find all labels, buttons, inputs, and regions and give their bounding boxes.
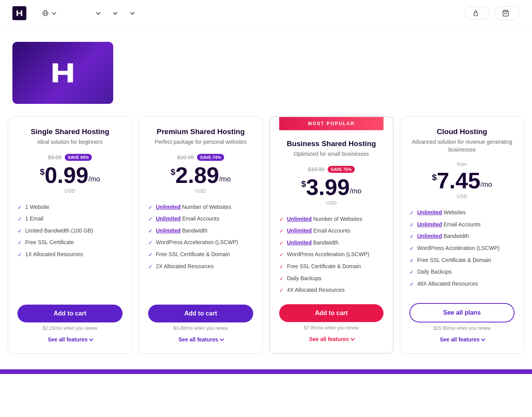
original-price: $15.99 xyxy=(308,166,325,172)
features-list: ✓Unlimited Number of Websites✓Unlimited … xyxy=(279,214,383,296)
price-dollar: $ xyxy=(40,167,45,177)
feature-item: ✓Free SSL Certificate xyxy=(17,237,123,249)
renew-price: $3.49/mo when you renew xyxy=(148,326,253,331)
renew-price: $15.90/mo when you renew xyxy=(409,326,515,331)
see-all-label: See all features xyxy=(48,336,88,343)
feature-text: Free SSL Certificate xyxy=(25,239,74,246)
nav-website-builder[interactable] xyxy=(77,10,88,16)
vps-chevron xyxy=(113,10,117,14)
add-to-cart-button[interactable]: See all plans xyxy=(409,303,515,322)
nav-domain[interactable] xyxy=(123,9,139,18)
feature-text: Unlimited Number of Websites xyxy=(156,203,231,211)
nav-online-stores[interactable] xyxy=(64,10,75,16)
check-icon: ✓ xyxy=(279,275,284,283)
check-icon: ✓ xyxy=(148,227,153,235)
check-icon: ✓ xyxy=(148,239,153,247)
main-price: $ 7.45 /mo xyxy=(409,169,515,192)
plan-subtitle: Advanced solution for revenue generating… xyxy=(409,138,515,153)
check-icon: ✓ xyxy=(148,251,153,259)
plan-title: Premium Shared Hosting xyxy=(148,128,253,136)
unlimited-label: Unlimited xyxy=(417,221,442,227)
feature-text: Daily Backups xyxy=(417,268,452,276)
check-icon: ✓ xyxy=(409,221,414,229)
feature-text: Unlimited Websites xyxy=(417,209,466,217)
feature-item: ✓Unlimited Websites xyxy=(409,207,515,219)
see-all-chevron xyxy=(89,337,93,341)
globe-icon xyxy=(42,10,49,17)
see-all-features[interactable]: See all features xyxy=(148,335,253,344)
price-currency: USD xyxy=(279,200,383,206)
feature-text: Free SSL Certificate & Domain xyxy=(156,251,230,258)
check-icon: ✓ xyxy=(148,204,153,212)
see-all-label: See all features xyxy=(309,336,349,342)
login-button[interactable] xyxy=(465,7,489,20)
feature-item: ✓Unlimited Bandwidth xyxy=(409,231,515,243)
price-dollar: $ xyxy=(171,167,175,177)
pricing-card-single: Single Shared HostingIdeal solution for … xyxy=(8,116,132,354)
hosting-chevron xyxy=(96,10,100,14)
nav-vps[interactable] xyxy=(106,9,122,18)
unlimited-label: Unlimited xyxy=(417,233,442,239)
hostinger-h-icon xyxy=(15,9,24,17)
check-icon: ✓ xyxy=(279,287,284,295)
feature-text: Free SSL Certificate & Domain xyxy=(417,257,491,264)
popular-badge: MOST POPULAR xyxy=(279,117,383,130)
feature-text: Unlimited Bandwidth xyxy=(417,233,469,240)
feature-item: ✓Unlimited Bandwidth xyxy=(279,237,383,249)
hero-image xyxy=(12,42,113,104)
plan-title: Cloud Hosting xyxy=(409,128,515,136)
check-icon: ✓ xyxy=(17,239,22,247)
price-mo: /mo xyxy=(88,175,100,186)
check-icon: ✓ xyxy=(409,257,414,265)
original-price: $10.99 xyxy=(177,154,194,160)
cart-button[interactable] xyxy=(494,6,520,20)
nav-hosting[interactable] xyxy=(89,9,105,18)
check-icon: ✓ xyxy=(17,215,22,223)
see-all-features[interactable]: See all features xyxy=(279,334,383,344)
hero-section xyxy=(0,26,532,116)
plan-title: Single Shared Hosting xyxy=(17,128,123,136)
plan-subtitle: Perfect package for personal websites xyxy=(148,138,253,146)
hero-logo-icon xyxy=(49,59,76,86)
lock-icon xyxy=(473,10,479,16)
feature-text: Free SSL Certificate & Domain xyxy=(287,263,361,271)
original-price: $9.99 xyxy=(48,154,62,160)
see-all-label: See all features xyxy=(178,336,218,343)
check-icon: ✓ xyxy=(148,263,153,271)
save-badge: SAVE 74% xyxy=(197,154,224,161)
unlimited-label: Unlimited xyxy=(287,227,312,234)
logo-icon xyxy=(12,6,26,20)
feature-item: ✓Daily Backups xyxy=(409,266,515,278)
feature-text: Limited Bandwidth (100 GB) xyxy=(25,227,93,235)
add-to-cart-button[interactable]: Add to cart xyxy=(148,305,253,322)
main-price: $ 2.89 /mo xyxy=(148,164,253,186)
feature-text: 1 Website xyxy=(25,203,49,211)
pricing-cards-grid: Single Shared HostingIdeal solution for … xyxy=(8,116,524,354)
pricing-card-cloud: Cloud HostingAdvanced solution for reven… xyxy=(400,116,524,354)
add-to-cart-button[interactable]: Add to cart xyxy=(17,305,123,322)
check-icon: ✓ xyxy=(17,227,22,235)
pricing-card-premium: Premium Shared HostingPerfect package fo… xyxy=(138,116,263,354)
feature-text: Daily Backups xyxy=(287,275,321,283)
see-all-features[interactable]: See all features xyxy=(17,335,123,344)
unlimited-label: Unlimited xyxy=(287,216,312,222)
nav-actions xyxy=(465,6,520,20)
price-mo: /mo xyxy=(350,187,361,198)
language-selector[interactable] xyxy=(42,10,55,17)
feature-text: Unlimited Number of Websites xyxy=(287,215,362,223)
feature-item: ✓Free SSL Certificate & Domain xyxy=(279,261,383,273)
check-icon: ✓ xyxy=(279,263,284,271)
save-badge: SAVE 75% xyxy=(328,166,355,173)
see-all-features[interactable]: See all features xyxy=(409,335,515,344)
feature-text: Unlimited Email Accounts xyxy=(287,227,350,235)
logo[interactable] xyxy=(12,6,29,20)
main-price: $ 0.99 /mo xyxy=(17,164,123,186)
feature-text: 4X Allocated Resources xyxy=(287,286,345,294)
price-mo: /mo xyxy=(480,181,492,192)
price-currency: USD xyxy=(409,193,515,199)
nav-pricing[interactable] xyxy=(140,10,151,16)
price-row: $9.99SAVE 90% xyxy=(17,154,123,161)
unlimited-label: Unlimited xyxy=(287,240,312,246)
add-to-cart-button[interactable]: Add to cart xyxy=(279,304,383,322)
price-currency: USD xyxy=(17,188,123,194)
